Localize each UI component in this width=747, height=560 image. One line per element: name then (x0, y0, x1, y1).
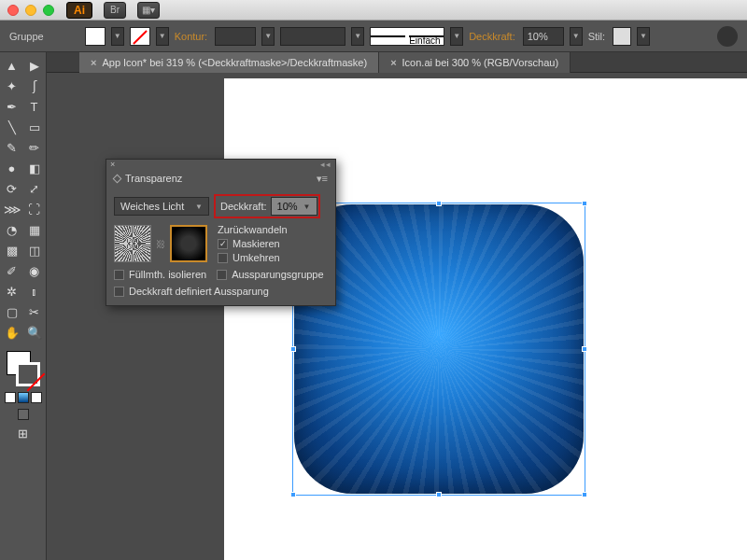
var-width-dd[interactable]: ▼ (351, 27, 364, 46)
revert-button[interactable]: Zurückwandeln (218, 224, 288, 235)
symbol-sprayer-tool[interactable]: ✲ (2, 282, 22, 301)
var-width-profile[interactable] (280, 27, 345, 46)
invert-checkbox-row[interactable]: Umkehren (218, 252, 288, 263)
pen-tool[interactable]: ✒ (2, 97, 22, 116)
control-bar: Gruppe ▼ ▼ Kontur: ▼ ▼ Einfach ▼ Deckkra… (0, 21, 747, 52)
stroke-weight-input[interactable] (215, 27, 256, 46)
panel-close-icon[interactable]: × (110, 160, 115, 169)
blend-tool[interactable]: ◉ (24, 261, 45, 280)
lasso-tool[interactable]: ʃ (24, 77, 45, 95)
transparency-panel[interactable]: × ◂◂ Transparenz ▾≡ Weiches Licht▼ Deckk… (106, 159, 336, 306)
canvas-area[interactable]: Abbildung: 24 (47, 73, 747, 560)
mesh-tool[interactable]: ▩ (2, 241, 22, 259)
artwork-thumb[interactable] (114, 225, 151, 262)
panel-title[interactable]: Transparenz (125, 173, 182, 184)
handle-se[interactable] (582, 492, 587, 497)
checkbox-icon[interactable] (217, 270, 227, 280)
knockout-checkbox-row[interactable]: Aussparungsgruppe (217, 269, 323, 280)
gradient-tool[interactable]: ◫ (24, 241, 45, 259)
free-transform-tool[interactable]: ⛶ (24, 200, 45, 218)
blob-brush-tool[interactable]: ● (2, 159, 22, 177)
paintbrush-tool[interactable]: ✎ (2, 138, 22, 157)
opacity-dd[interactable]: ▼ (570, 27, 583, 46)
pencil-tool[interactable]: ✏ (24, 138, 45, 157)
magic-wand-tool[interactable]: ✦ (2, 77, 22, 95)
edit-toggle[interactable]: ⊞ (13, 424, 34, 442)
brush-def-dd[interactable]: ▼ (450, 27, 463, 46)
rectangle-tool[interactable]: ▭ (24, 118, 45, 136)
panel-diamond-icon (113, 174, 122, 183)
screen-mode-row (18, 409, 29, 420)
isolate-checkbox-row[interactable]: Füllmth. isolieren (114, 269, 206, 280)
perspective-tool[interactable]: ▦ (24, 220, 45, 239)
checkbox-icon[interactable] (218, 253, 228, 263)
shape-builder-tool[interactable]: ◔ (2, 220, 22, 239)
eraser-tool[interactable]: ◧ (24, 159, 45, 177)
handle-w[interactable] (290, 346, 296, 352)
link-mask-icon[interactable]: ⛓ (156, 225, 165, 262)
stroke-weight-dd[interactable]: ▼ (261, 27, 275, 46)
tab-label: Icon.ai bei 300 % (RGB/Vorschau) (402, 57, 559, 68)
fill-stroke-control[interactable] (5, 349, 42, 388)
tab-icon-ai[interactable]: × Icon.ai bei 300 % (RGB/Vorschau) (379, 52, 571, 73)
fill-swatch[interactable] (85, 27, 106, 46)
app-badge: Ai (66, 2, 92, 19)
blend-mode-value: Weiches Licht (120, 201, 184, 212)
tab-label: App Icon* bei 319 % (<Deckkraftmaske>/De… (102, 57, 367, 68)
tab-app-icon[interactable]: × App Icon* bei 319 % (<Deckkraftmaske>/… (79, 52, 379, 73)
minimize-window-button[interactable] (25, 5, 36, 16)
panel-menu-icon[interactable]: ▾≡ (317, 173, 328, 185)
type-tool[interactable]: T (24, 97, 45, 116)
checkbox-icon[interactable] (114, 270, 124, 280)
close-tab-icon[interactable]: × (390, 57, 396, 68)
color-mode[interactable] (5, 392, 16, 403)
direct-select-tool[interactable]: ▶ (24, 56, 45, 75)
checkbox-icon[interactable]: ✓ (218, 239, 228, 249)
style-dd[interactable]: ▼ (637, 27, 650, 46)
panel-opacity-value: 10% (277, 201, 298, 212)
none-mode[interactable] (31, 392, 42, 403)
brush-def[interactable]: Einfach (370, 27, 444, 46)
artboard[interactable]: Abbildung: 24 (224, 78, 747, 560)
graph-tool[interactable]: ⫾ (24, 282, 45, 301)
fill-dropdown[interactable]: ▼ (111, 27, 124, 46)
handle-s[interactable] (436, 492, 442, 497)
stroke-swatch[interactable] (130, 27, 150, 46)
handle-e[interactable] (582, 346, 587, 352)
hand-tool[interactable]: ✋ (2, 323, 22, 342)
style-swatch[interactable] (613, 27, 631, 46)
slice-tool[interactable]: ✂ (24, 302, 45, 321)
handle-n[interactable] (436, 201, 442, 206)
close-window-button[interactable] (7, 5, 19, 16)
arrange-docs-button[interactable]: ▦▾ (137, 2, 160, 19)
stroke-dropdown[interactable]: ▼ (156, 27, 169, 46)
handle-ne[interactable] (582, 201, 587, 206)
zoom-tool[interactable]: 🔍 (24, 323, 45, 342)
tools-panel: ▲▶ ✦ʃ ✒T ╲▭ ✎✏ ●◧ ⟳⤢ ⋙⛶ ◔▦ ▩◫ ✐◉ ✲⫾ ▢✂ ✋… (0, 52, 47, 560)
gradient-mode[interactable] (18, 392, 29, 403)
selection-tool[interactable]: ▲ (2, 56, 22, 75)
bridge-button[interactable]: Br (104, 2, 126, 19)
panel-opacity-input[interactable]: 10%▼ (271, 197, 317, 216)
recolor-button[interactable] (717, 26, 738, 47)
handle-sw[interactable] (290, 492, 296, 497)
rotate-tool[interactable]: ⟳ (2, 179, 22, 198)
zoom-window-button[interactable] (43, 5, 54, 16)
mask-checkbox-row[interactable]: ✓Maskieren (218, 238, 288, 249)
blend-mode-select[interactable]: Weiches Licht▼ (114, 197, 209, 216)
eyedropper-tool[interactable]: ✐ (2, 261, 22, 280)
opacity-input[interactable]: 10% (523, 27, 564, 46)
width-tool[interactable]: ⋙ (2, 200, 22, 218)
close-tab-icon[interactable]: × (91, 57, 96, 68)
line-tool[interactable]: ╲ (2, 118, 22, 136)
scale-tool[interactable]: ⤢ (24, 179, 45, 198)
artboard-tool[interactable]: ▢ (2, 302, 22, 321)
panel-grip-icon[interactable]: ◂◂ (320, 160, 331, 169)
screen-mode[interactable] (18, 409, 29, 420)
define-knockout-row[interactable]: Deckkraft definiert Aussparung (114, 286, 269, 297)
kontur-label: Kontur: (175, 31, 207, 42)
panel-tabs: Transparenz ▾≡ (106, 169, 335, 188)
checkbox-icon[interactable] (114, 287, 124, 297)
mask-thumb[interactable] (170, 225, 207, 262)
panel-header[interactable]: × ◂◂ (106, 160, 335, 169)
